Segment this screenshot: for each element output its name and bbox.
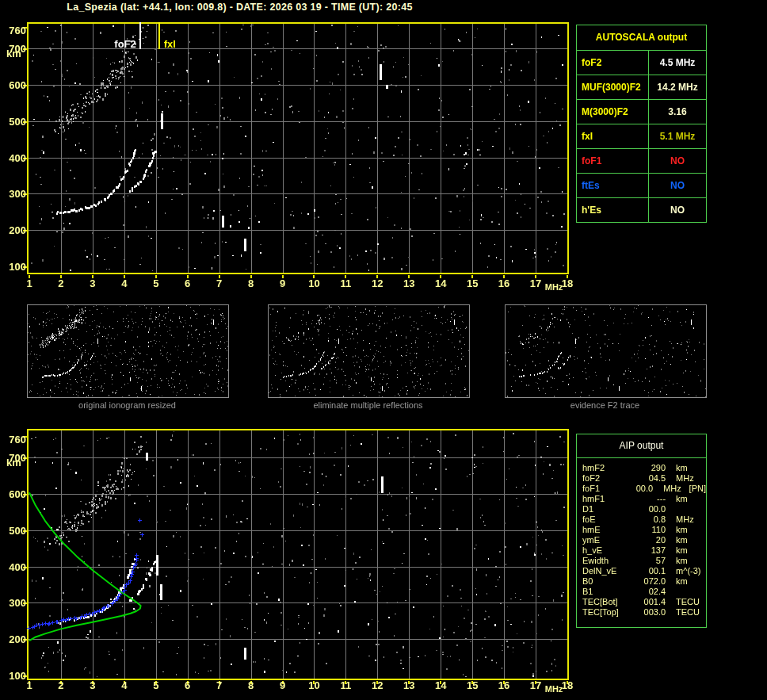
autoscala-row: M(3000)F23.16 <box>577 100 706 124</box>
parameter-extra <box>704 576 706 587</box>
aip-row: D100.0 <box>577 504 706 514</box>
parameter-unit <box>666 587 704 597</box>
parameter-value: 20 <box>634 535 666 545</box>
parameter-value: 57 <box>634 556 666 566</box>
parameter-unit: km <box>666 463 704 473</box>
aip-row: hmF1---km <box>577 494 706 504</box>
parameter-unit: km <box>666 556 704 566</box>
autoscala-table-title: AUTOSCALA output <box>577 25 706 51</box>
aip-row: DelN_vE00.1m^(-3) <box>577 566 706 576</box>
parameter-label: h_vE <box>577 545 634 556</box>
autoscala-row: fxI5.1 MHz <box>577 124 706 149</box>
aip-row: ymE20km <box>577 535 706 545</box>
caption-original-ionogram: original ionogram resized <box>27 400 227 410</box>
ionogram-main-chart <box>0 16 578 305</box>
parameter-value: 02.4 <box>634 587 666 597</box>
parameter-extra <box>704 525 706 535</box>
panel-evidence-f2-trace <box>505 304 707 398</box>
parameter-label: hmE <box>577 525 634 535</box>
parameter-value: 001.4 <box>634 597 666 607</box>
parameter-extra <box>704 587 706 597</box>
parameter-value: NO <box>649 149 706 173</box>
parameter-label: foF1 <box>577 149 649 173</box>
parameter-label: Ewidth <box>577 556 634 566</box>
parameter-unit: km <box>666 545 704 556</box>
autoscala-row: foF24.5 MHz <box>577 51 706 75</box>
parameter-label: D1 <box>577 504 634 514</box>
parameter-unit: km <box>666 525 704 535</box>
aip-row: foF204.5MHz <box>577 473 706 484</box>
aip-row: hmE110km <box>577 525 706 535</box>
parameter-unit: MHz <box>666 514 704 525</box>
parameter-label: ymE <box>577 535 634 545</box>
parameter-value: 00.1 <box>634 566 666 576</box>
parameter-label: MUF(3000)F2 <box>577 75 649 99</box>
parameter-unit: km <box>666 494 704 504</box>
ionogram-aip-chart <box>0 427 578 700</box>
parameter-value: 137 <box>634 545 666 556</box>
autoscala-row: ftEsNO <box>577 174 706 198</box>
autoscala-row: h'EsNO <box>577 198 706 222</box>
parameter-label: TEC[Top] <box>577 607 634 618</box>
parameter-value: 110 <box>634 525 666 535</box>
parameter-extra <box>704 504 706 514</box>
aip-output-table: AIP output hmF2290kmfoF204.5MHzfoF100.0M… <box>576 434 707 628</box>
parameter-unit: m^(-3) <box>666 566 704 576</box>
parameter-label: foF2 <box>577 51 649 75</box>
parameter-label: hmF1 <box>577 494 634 504</box>
parameter-value: 3.16 <box>649 100 706 124</box>
parameter-extra <box>704 556 706 566</box>
parameter-extra <box>704 535 706 545</box>
parameter-unit: TECU <box>666 597 704 607</box>
parameter-extra <box>704 607 706 618</box>
parameter-label: TEC[Bot] <box>577 597 634 607</box>
parameter-label: fxI <box>577 124 649 148</box>
parameter-extra: [PN] <box>688 484 706 494</box>
aip-table-rows: hmF2290kmfoF204.5MHzfoF100.0MHz[PN]hmF1-… <box>577 458 706 618</box>
parameter-value: NO <box>649 174 706 197</box>
parameter-value: 4.5 MHz <box>649 51 706 75</box>
parameter-label: B1 <box>577 587 634 597</box>
aip-row: hmF2290km <box>577 463 706 473</box>
aip-row: B0072.0km <box>577 576 706 587</box>
aip-row: foE0.8MHz <box>577 514 706 525</box>
parameter-unit: TECU <box>666 607 704 618</box>
autoscala-row: foF1NO <box>577 149 706 174</box>
page-title: La_Spezia (lat: +44.1, lon: 009.8) - DAT… <box>0 2 479 13</box>
parameter-extra <box>704 463 706 473</box>
parameter-label: foF2 <box>577 473 634 484</box>
caption-evidence-f2-trace: evidence F2 trace <box>505 400 705 410</box>
parameter-label: DelN_vE <box>577 566 634 576</box>
parameter-unit: MHz <box>666 473 704 484</box>
parameter-value: NO <box>649 198 706 222</box>
parameter-value: 072.0 <box>634 576 666 587</box>
panel-eliminate-reflections <box>268 304 470 398</box>
autoscala-row: MUF(3000)F214.2 MHz <box>577 75 706 100</box>
parameter-unit <box>666 504 704 514</box>
panel-original-ionogram <box>27 304 229 398</box>
aip-row: TEC[Top]003.0TECU <box>577 607 706 618</box>
parameter-value: 14.2 MHz <box>649 75 706 99</box>
parameter-extra <box>704 514 706 525</box>
parameter-value: 00.0 <box>626 484 653 494</box>
autoscala-window: La_Spezia (lat: +44.1, lon: 009.8) - DAT… <box>0 0 767 700</box>
parameter-label: ftEs <box>577 174 649 197</box>
caption-eliminate-reflections: eliminate multiple reflections <box>268 400 468 410</box>
parameter-extra <box>704 566 706 576</box>
parameter-extra <box>704 473 706 484</box>
parameter-extra <box>704 545 706 556</box>
parameter-label: foF1 <box>577 484 626 494</box>
parameter-label: B0 <box>577 576 634 587</box>
parameter-label: hmF2 <box>577 463 634 473</box>
aip-row: h_vE137km <box>577 545 706 556</box>
aip-row: TEC[Bot]001.4TECU <box>577 597 706 607</box>
parameter-value: 003.0 <box>634 607 666 618</box>
parameter-label: h'Es <box>577 198 649 222</box>
aip-table-title: AIP output <box>577 434 706 458</box>
autoscala-output-table: AUTOSCALA output foF24.5 MHzMUF(3000)F21… <box>576 25 707 223</box>
parameter-value: 04.5 <box>634 473 666 484</box>
parameter-unit: MHz <box>653 484 687 494</box>
parameter-value: 290 <box>634 463 666 473</box>
aip-row: B102.4 <box>577 587 706 597</box>
aip-row: foF100.0MHz[PN] <box>577 484 706 494</box>
